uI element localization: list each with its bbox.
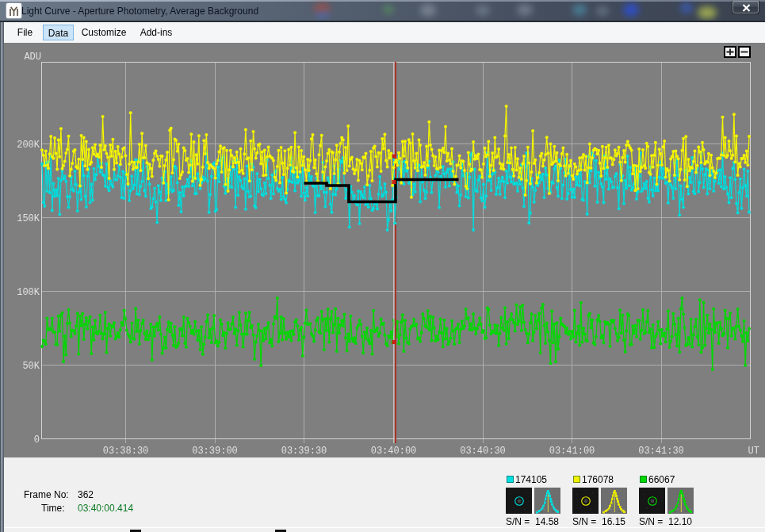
svg-text:03:38:30: 03:38:30 xyxy=(103,446,149,457)
svg-text:150K: 150K xyxy=(17,213,40,224)
svg-text:03:40:30: 03:40:30 xyxy=(460,446,506,457)
svg-text:03:41:00: 03:41:00 xyxy=(549,446,595,457)
svg-text:0: 0 xyxy=(34,434,40,446)
svg-text:03:40:00: 03:40:00 xyxy=(371,446,417,457)
svg-text:03:41:30: 03:41:30 xyxy=(638,446,684,457)
svg-text:03:39:30: 03:39:30 xyxy=(281,446,327,457)
svg-text:200K: 200K xyxy=(17,140,40,151)
svg-text:50K: 50K xyxy=(22,361,40,372)
svg-text:UT: UT xyxy=(748,446,759,457)
svg-text:ADU: ADU xyxy=(24,52,41,63)
svg-text:100K: 100K xyxy=(17,287,40,298)
svg-text:03:39:00: 03:39:00 xyxy=(192,446,238,457)
